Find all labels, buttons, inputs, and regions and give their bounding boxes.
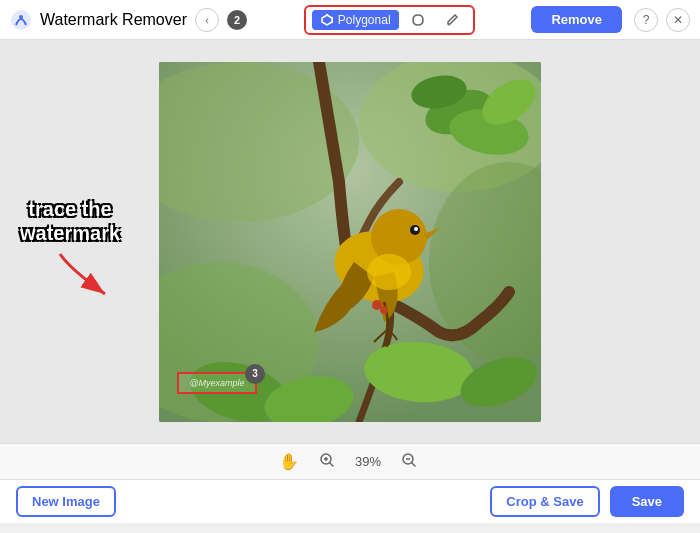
app-logo [10,9,32,31]
step-badge: 2 [227,10,247,30]
back-button[interactable]: ‹ [195,8,219,32]
annotation-text: trace the watermark [20,197,120,245]
svg-point-23 [367,254,411,290]
annotation-arrow [50,249,130,309]
status-bar: ✋ 39% [0,443,700,479]
zoom-out-icon [401,452,417,468]
zoom-in-button[interactable] [315,450,339,474]
toolbar-right: Remove ? ✕ [531,6,690,33]
title-left: Watermark Remover ‹ 2 [10,8,247,32]
bird-scene-svg [159,62,541,422]
step3-badge: 3 [245,364,265,384]
main-canvas-area: @Myexample 3 trace the watermark [0,40,700,443]
svg-point-5 [331,20,333,22]
svg-point-3 [326,13,328,15]
brush-icon [445,13,459,27]
svg-line-33 [412,463,415,466]
zoom-in-icon [319,452,335,468]
brush-tool-button[interactable] [437,10,467,30]
image-container: @Myexample 3 [159,62,541,422]
crop-save-button[interactable]: Crop & Save [490,486,599,517]
svg-point-1 [19,15,23,19]
footer: New Image Crop & Save Save [0,479,700,523]
watermark-selection-box[interactable]: @Myexample 3 [177,372,257,394]
save-button[interactable]: Save [610,486,684,517]
watermark-text: @Myexample [189,378,244,388]
toolbar-tools: Polygonal [304,5,475,35]
close-button[interactable]: ✕ [666,8,690,32]
footer-right: Crop & Save Save [490,486,684,517]
svg-point-4 [331,16,333,18]
polygonal-label: Polygonal [338,13,391,27]
annotation-overlay: trace the watermark [20,197,130,313]
polygonal-tool-button[interactable]: Polygonal [312,10,399,30]
remove-button[interactable]: Remove [531,6,622,33]
bird-image[interactable]: @Myexample 3 [159,62,541,422]
svg-line-30 [330,463,333,466]
svg-point-22 [414,227,418,231]
lasso-icon [411,13,425,27]
arrow-container [50,249,130,313]
app-title: Watermark Remover [40,11,187,29]
zoom-level: 39% [355,454,381,469]
lasso-tool-button[interactable] [403,10,433,30]
title-bar: Watermark Remover ‹ 2 Polygonal [0,0,700,40]
polygonal-icon [320,13,334,27]
svg-point-25 [380,306,388,314]
pan-tool-button[interactable]: ✋ [279,452,299,471]
tool-group: Polygonal [304,5,475,35]
title-right-controls: ? ✕ [634,8,690,32]
svg-marker-2 [322,15,332,25]
help-button[interactable]: ? [634,8,658,32]
zoom-out-button[interactable] [397,450,421,474]
new-image-button[interactable]: New Image [16,486,116,517]
